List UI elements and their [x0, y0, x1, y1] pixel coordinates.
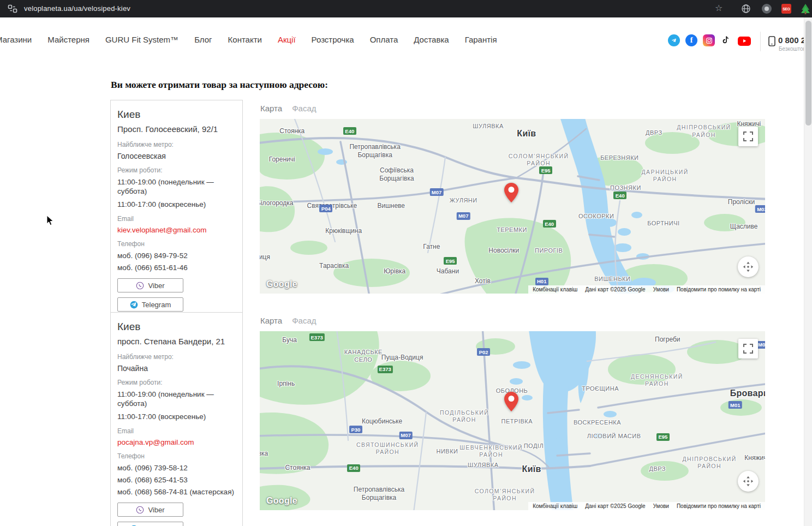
keyboard-shortcuts-link[interactable]: Комбінації клавіш	[533, 503, 577, 509]
map-place-label: Стоянка	[279, 127, 304, 135]
store-phone: моб. (096) 739-58-12	[117, 464, 236, 472]
road-badge: E373	[309, 333, 325, 341]
map-attribution: Комбінації клавіш Дані карт ©2025 Google…	[528, 285, 765, 294]
tab-facade[interactable]: Фасад	[292, 316, 316, 325]
tab-map[interactable]: Карта	[260, 104, 282, 113]
telegram-button-label: Telegram	[142, 301, 171, 309]
nav-item[interactable]: GURU Fit System™	[105, 35, 178, 44]
map-place-label: Стоянка	[285, 463, 310, 471]
pan-control[interactable]	[738, 256, 759, 277]
nav-item[interactable]: Гарантія	[465, 35, 497, 44]
keyboard-shortcuts-link[interactable]: Комбінації клавіш	[533, 286, 577, 292]
hours-line: 11:00-19:00 (понедельник — суббота)	[117, 390, 236, 409]
map-place-label: Княжичі	[744, 453, 765, 462]
metro-value: Голосеевская	[117, 152, 236, 160]
metro-value: Почайна	[117, 364, 236, 373]
nav-item[interactable]: Розстрочка	[312, 35, 354, 44]
viber-button[interactable]: Viber	[117, 503, 183, 517]
hours-line: 11:00-17:00 (воскресенье)	[117, 200, 236, 210]
report-error-link[interactable]: Повідомити про помилку на карті	[677, 286, 761, 292]
viber-button[interactable]: Viber	[117, 278, 183, 292]
hours-label: Режим роботи:	[117, 379, 236, 386]
extension-icon[interactable]	[762, 4, 772, 14]
road-badge: P04	[319, 205, 332, 212]
map-place-label: Чабани	[437, 267, 459, 276]
road-badge: E40	[543, 220, 556, 228]
fullscreen-button[interactable]	[738, 127, 758, 146]
hours-line: 11:00-17:00 (воскресенье)	[117, 412, 236, 422]
map-marker-pin[interactable]	[504, 392, 518, 414]
map-data-text: Дані карт ©2025 Google	[585, 286, 645, 292]
map-place-label: Солом’янський район	[475, 488, 535, 502]
tab-map[interactable]: Карта	[260, 316, 282, 325]
map-place-label: Крюківщина	[325, 227, 362, 235]
map-place-label: ДВРЗ	[649, 465, 666, 473]
nav-item[interactable]: Магазини	[0, 35, 32, 44]
tab-facade[interactable]: Фасад	[292, 104, 316, 113]
terms-link[interactable]: Умови	[653, 286, 669, 292]
scrollbar-thumb[interactable]	[805, 21, 811, 125]
map-place-label: Вишеньки	[594, 276, 630, 284]
road-badge: P30	[349, 426, 362, 433]
nav-item[interactable]: Акції	[278, 35, 296, 44]
terms-link[interactable]: Умови	[653, 503, 669, 509]
viber-button-label: Viber	[148, 282, 164, 290]
google-logo[interactable]: Google	[266, 279, 297, 289]
globe-icon[interactable]	[741, 4, 751, 14]
map-place-label: Лісовий масив	[587, 433, 641, 440]
browser-address-bar: veloplaneta.ua/ua/velosiped-kiev ☆ SEO	[0, 0, 812, 17]
nav-item[interactable]: Майстерня	[47, 35, 89, 44]
map-canvas[interactable]: СтоянкаШулявкаКиївДніпровський районКняж…	[260, 119, 765, 294]
hours-line: 11:00-19:00 (понедельник — суббота)	[117, 177, 236, 196]
nav-item[interactable]: Контакти	[228, 35, 262, 44]
map-marker-pin[interactable]	[504, 183, 518, 205]
map-place-label: Петропавлівська Борщагівка	[349, 143, 400, 159]
google-logo[interactable]: Google	[266, 496, 297, 506]
store-email-link[interactable]: pocajna.vp@gmail.com	[117, 438, 236, 446]
map-place-label: Софіївська Борщагівка	[379, 166, 414, 183]
telegram-button[interactable]: Telegram	[117, 297, 183, 312]
map-place-label: Жуляни	[450, 198, 477, 205]
email-label: Email	[117, 427, 236, 435]
divider	[760, 32, 761, 51]
telegram-button[interactable]: Telegram	[117, 522, 183, 526]
nav-item[interactable]: Оплата	[370, 35, 398, 44]
telegram-icon[interactable]	[668, 34, 680, 46]
road-badge: M07	[430, 188, 443, 196]
store-email-link[interactable]: kiev.veloplanet@gmail.com	[117, 226, 236, 234]
hours-label: Режим роботи:	[117, 166, 236, 174]
nav-item[interactable]: Доставка	[414, 35, 449, 44]
map-place-label: Тарасівка	[319, 262, 349, 270]
map-place-label: Шулявка	[468, 462, 498, 469]
map-place-label: Бровари	[730, 388, 765, 399]
bookmark-star-icon[interactable]: ☆	[715, 3, 723, 13]
road-badge: M03	[755, 205, 765, 213]
map-place-label: Петрівка	[501, 418, 533, 426]
fullscreen-icon	[743, 132, 753, 141]
url-text[interactable]: veloplaneta.ua/ua/velosiped-kiev	[24, 4, 130, 13]
map-place-label: Поділ	[524, 443, 544, 450]
nav-item[interactable]: Блог	[194, 35, 212, 44]
report-error-link[interactable]: Повідомити про помилку на карті	[677, 503, 761, 509]
facebook-icon[interactable]: f	[685, 34, 697, 46]
map-place-label: Щасливе	[730, 223, 758, 231]
map-place-label: Нивки	[437, 448, 458, 456]
pan-control[interactable]	[738, 471, 759, 492]
map-place-label: Солом’янський район	[509, 153, 569, 167]
map-place-label: Воскресенка	[574, 419, 621, 427]
road-badge: M07	[399, 432, 412, 439]
tree-extension-icon[interactable]	[800, 3, 811, 14]
road-badge: E95	[656, 433, 670, 441]
instagram-icon[interactable]	[703, 34, 715, 46]
map-place-label: Дніпровський район	[677, 124, 731, 138]
map-place-label: Шулявка	[473, 123, 503, 131]
fullscreen-button[interactable]	[738, 339, 758, 358]
tiktok-icon[interactable]	[720, 34, 732, 46]
seo-extension-icon[interactable]: SEO	[781, 4, 791, 14]
map-place-label: Деснянський район	[631, 373, 683, 387]
site-settings-icon[interactable]	[8, 4, 17, 14]
youtube-icon[interactable]	[738, 37, 751, 46]
map-canvas[interactable]: БучаКанадське СелоПуща-ВодицяПогребиІрпі…	[260, 331, 765, 510]
map-place-label: Київ	[522, 464, 541, 475]
map-place-label: Ірпінь	[277, 380, 295, 388]
